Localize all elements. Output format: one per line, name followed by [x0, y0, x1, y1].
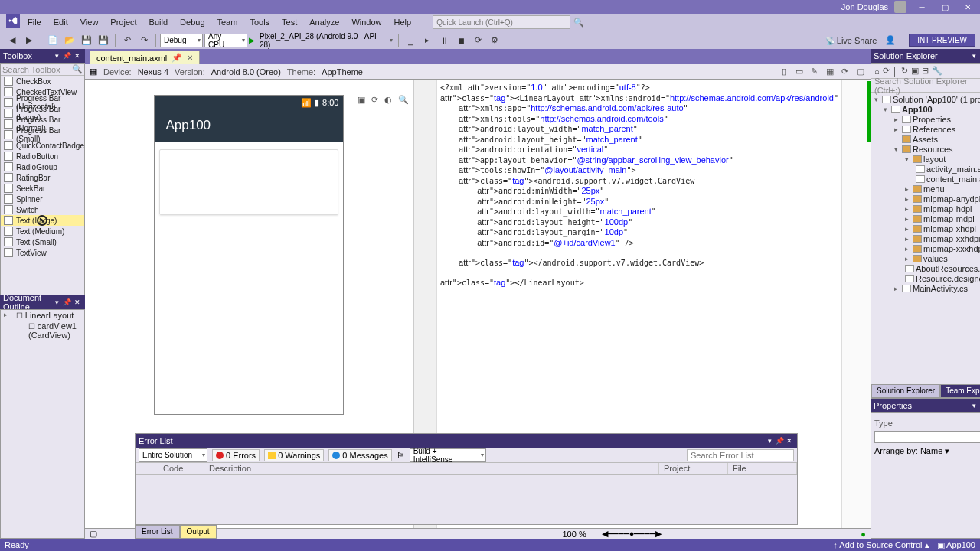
menu-test[interactable]: Test: [276, 15, 303, 29]
sol-root[interactable]: ▾Solution 'App100' (1 project): [871, 94, 980, 104]
maximize-button[interactable]: ▢: [934, 1, 956, 13]
error-search[interactable]: [687, 449, 794, 461]
sol-node[interactable]: ▸References: [871, 124, 980, 134]
sol-file[interactable]: content_main.axml: [871, 174, 980, 184]
sync-icon[interactable]: ↻: [901, 66, 908, 76]
sol-node[interactable]: ▸mipmap-xxxhdpi: [871, 243, 980, 253]
sol-node[interactable]: ▸mipmap-xxhdpi: [871, 233, 980, 243]
home-icon[interactable]: ⌂: [874, 67, 880, 76]
theme-dropdown[interactable]: AppTheme: [322, 67, 363, 77]
grid-icon[interactable]: ▦: [90, 67, 97, 77]
menu-help[interactable]: Help: [388, 15, 418, 29]
pt-icon-4[interactable]: 🔍: [398, 95, 409, 105]
sol-node[interactable]: ▸mipmap-xhdpi: [871, 223, 980, 233]
error-scope-dropdown[interactable]: Entire Solution: [139, 448, 207, 462]
an-icon-1[interactable]: ▦: [825, 67, 835, 77]
toolbox-item[interactable]: RatingBar: [1, 172, 84, 183]
tb-icon-4[interactable]: ⏹: [453, 33, 469, 48]
target-dropdown[interactable]: Pixel_2_API_28 (Android 9.0 - API 28): [256, 34, 394, 47]
sol-node[interactable]: ▸values: [871, 253, 980, 263]
close-icon[interactable]: ✕: [785, 436, 794, 445]
pin-icon[interactable]: 📌: [63, 298, 72, 307]
toolbox-item[interactable]: Switch: [1, 204, 84, 215]
minimap[interactable]: [841, 80, 871, 528]
warnings-filter[interactable]: 0 Warnings: [264, 449, 324, 461]
dropdown-icon[interactable]: ▾: [53, 298, 62, 307]
landscape-icon[interactable]: ▭: [794, 67, 805, 77]
collapse-icon[interactable]: ⊟: [922, 66, 929, 76]
dropdown-icon[interactable]: ▾: [765, 436, 774, 445]
toolbox-item[interactable]: RadioGroup: [1, 161, 84, 172]
pt-icon-2[interactable]: ⟳: [371, 95, 378, 105]
tab-error-list[interactable]: Error List: [135, 525, 180, 539]
zoom-level[interactable]: 100 %: [562, 530, 586, 539]
save-all-icon[interactable]: 💾: [96, 33, 111, 48]
source-control-button[interactable]: ↑ Add to Source Control ▴: [833, 540, 929, 550]
toolbox-item[interactable]: TextView: [1, 247, 84, 258]
device-dropdown[interactable]: Nexus 4: [138, 67, 168, 77]
menu-build[interactable]: Build: [143, 15, 174, 29]
pin-icon[interactable]: 📌: [775, 436, 784, 445]
sol-node[interactable]: ▸mipmap-mdpi: [871, 214, 980, 223]
platform-dropdown[interactable]: Any CPU: [204, 34, 247, 47]
toolbox-item[interactable]: Text (Medium): [1, 226, 84, 236]
toolbox-item[interactable]: Spinner: [1, 194, 84, 204]
avatar[interactable]: [894, 1, 906, 13]
menu-file[interactable]: File: [21, 15, 47, 29]
tb-icon-1[interactable]: ⎯: [403, 33, 418, 48]
menu-edit[interactable]: Edit: [47, 15, 74, 29]
quick-launch-input[interactable]: [433, 15, 570, 29]
sol-node[interactable]: Assets: [871, 134, 980, 144]
pt-icon-3[interactable]: ◐: [384, 95, 392, 105]
sol-node[interactable]: ▾Resources: [871, 144, 980, 154]
close-icon[interactable]: ✕: [73, 298, 82, 307]
sol-node[interactable]: ▸mipmap-anydpi-v26: [871, 194, 980, 204]
close-icon[interactable]: ✕: [73, 51, 82, 60]
edit-icon[interactable]: ✎: [809, 67, 820, 77]
redo-icon[interactable]: ↷: [136, 33, 152, 48]
outline-root[interactable]: ▸☐ LinearLayout: [1, 310, 84, 321]
tb-icon-3[interactable]: ⏸: [436, 33, 452, 48]
sol-node[interactable]: ▸menu: [871, 184, 980, 194]
back-icon[interactable]: ◀: [5, 33, 20, 48]
toolbox-item[interactable]: CheckBox: [1, 76, 84, 86]
an-icon-3[interactable]: ▢: [855, 67, 866, 77]
toolbox-item[interactable]: SeekBar: [1, 183, 84, 194]
tab-team-explorer[interactable]: Team Explorer: [940, 384, 980, 398]
open-icon[interactable]: 📂: [62, 33, 77, 48]
menu-tools[interactable]: Tools: [243, 15, 276, 29]
sol-file[interactable]: ▸MainActivity.cs: [871, 283, 980, 293]
refresh-icon[interactable]: ⟳: [883, 66, 890, 76]
forward-icon[interactable]: ▶: [21, 33, 37, 48]
toolbox-search[interactable]: Search Toolbox 🔍: [1, 64, 84, 76]
pt-icon-1[interactable]: ▣: [358, 95, 365, 105]
play-icon[interactable]: ▶: [249, 36, 255, 44]
search-icon[interactable]: 🔍: [570, 18, 583, 28]
sol-file[interactable]: Resource.designer.cs: [871, 273, 980, 283]
toolbox-item[interactable]: QuickContactBadge: [1, 140, 84, 151]
arrange-dropdown[interactable]: Arrange by: Name ▾: [874, 446, 949, 456]
show-all-icon[interactable]: ▣: [911, 66, 919, 76]
version-dropdown[interactable]: Android 8.0 (Oreo): [211, 67, 281, 77]
tab-solution-explorer[interactable]: Solution Explorer: [871, 384, 940, 398]
project-selector[interactable]: ▣ App100: [937, 540, 975, 550]
config-dropdown[interactable]: Debug: [160, 34, 203, 47]
errors-filter[interactable]: 0 Errors: [212, 449, 260, 461]
sol-project[interactable]: ▾App100: [871, 104, 980, 114]
account-icon[interactable]: 👤: [883, 33, 898, 48]
menu-project[interactable]: Project: [104, 15, 142, 29]
toolbox-item[interactable]: RadioButton: [1, 151, 84, 161]
menu-view[interactable]: View: [74, 15, 105, 29]
tb-icon-6[interactable]: ⚙: [487, 33, 502, 48]
sol-node[interactable]: ▸mipmap-hdpi: [871, 204, 980, 214]
phone-card-view[interactable]: [159, 149, 338, 215]
sol-file[interactable]: activity_main.axml: [871, 164, 980, 174]
pin-icon[interactable]: 📌: [172, 53, 182, 63]
sol-node[interactable]: ▸Properties: [871, 114, 980, 124]
properties-icon[interactable]: 🔧: [932, 66, 942, 76]
live-share-button[interactable]: 📡 Live Share: [825, 36, 877, 45]
tab-output[interactable]: Output: [180, 525, 217, 539]
toolbox-item[interactable]: Text (Small): [1, 236, 84, 247]
solution-search[interactable]: Search Solution Explorer (Ctrl+;)🔍: [871, 79, 980, 93]
close-tab-icon[interactable]: ✕: [187, 54, 193, 62]
